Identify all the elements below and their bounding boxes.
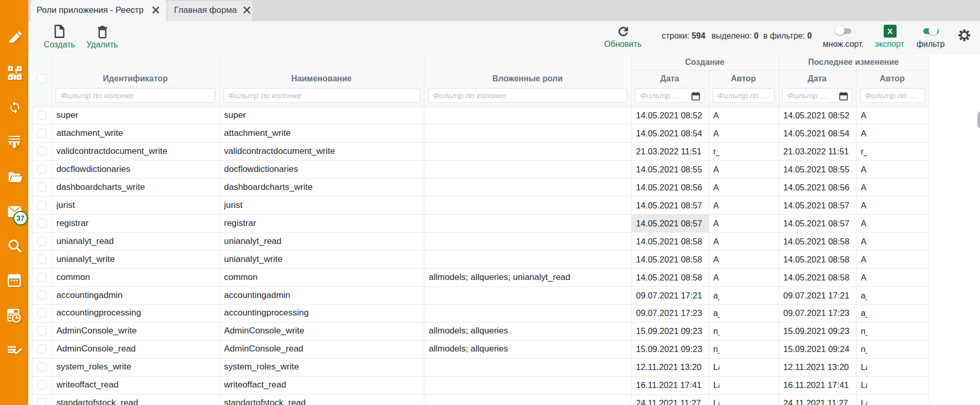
svg-text:37: 37	[16, 214, 25, 222]
